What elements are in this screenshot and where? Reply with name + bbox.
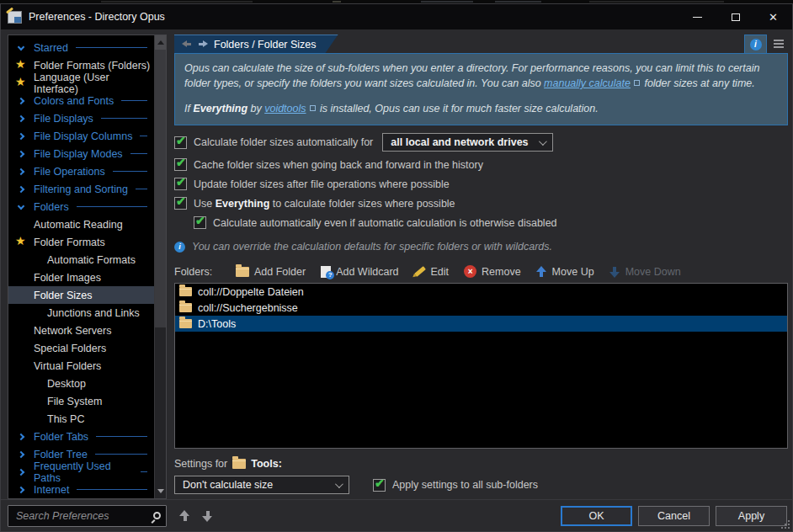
check-icon: ✔ bbox=[176, 156, 186, 169]
drives-dropdown[interactable]: all local and network drives bbox=[382, 133, 553, 152]
sidebar-item-folder-sizes[interactable]: Folder Sizes bbox=[8, 286, 154, 304]
sidebar-item-colors-and-fonts[interactable]: Colors and Fonts bbox=[8, 92, 154, 109]
sidebar-item-virtual-folders[interactable]: Virtual Folders bbox=[8, 357, 154, 375]
calc-mode-dropdown[interactable]: Don't calculate size bbox=[174, 476, 349, 494]
sidebar-item-label: Network Servers bbox=[34, 325, 111, 337]
sidebar-item-desktop[interactable]: Desktop bbox=[8, 375, 154, 392]
apply-subfolders-checkbox[interactable]: ✔ bbox=[373, 479, 386, 492]
triangle-up-icon bbox=[157, 40, 164, 45]
update-checkbox[interactable]: ✔ bbox=[174, 178, 187, 190]
divider-line bbox=[77, 206, 147, 207]
sidebar-item-automatic-formats[interactable]: Automatic Formats bbox=[8, 251, 154, 269]
add-wildcard-button[interactable]: ? Add Wildcard bbox=[321, 266, 398, 278]
external-link-icon bbox=[310, 105, 316, 111]
sidebar-item-special-folders[interactable]: Special Folders bbox=[8, 339, 154, 357]
sidebar-item-starred[interactable]: Starred bbox=[8, 39, 154, 56]
sidebar-item-label: Folders bbox=[34, 201, 69, 213]
override-note: i You can override the calculation defau… bbox=[174, 241, 788, 253]
info-icon: i bbox=[174, 242, 185, 253]
move-down-button[interactable]: Move Down bbox=[609, 266, 681, 278]
maximize-icon bbox=[732, 13, 740, 21]
check-icon: ✔ bbox=[176, 134, 186, 147]
sidebar-item-folders[interactable]: Folders bbox=[8, 198, 154, 215]
scroll-down-button[interactable] bbox=[155, 484, 166, 498]
check-icon: ✔ bbox=[176, 175, 186, 189]
back-icon[interactable] bbox=[182, 40, 192, 48]
sidebar-item-file-display-modes[interactable]: File Display Modes bbox=[8, 145, 154, 162]
sub-auto-label: Calculate automatically even if automati… bbox=[213, 217, 557, 229]
manually-calculate-link[interactable]: manually calculate bbox=[544, 77, 631, 89]
search-input[interactable] bbox=[16, 510, 153, 522]
minimize-button[interactable] bbox=[679, 4, 716, 29]
folder-list-item[interactable]: coll://Doppelte Dateien bbox=[175, 284, 787, 300]
sidebar-item-file-display-columns[interactable]: File Display Columns bbox=[8, 127, 154, 145]
remove-button[interactable]: × Remove bbox=[464, 265, 521, 278]
apply-subfolders-label: Apply settings to all sub-folders bbox=[392, 479, 538, 491]
sidebar-item-label: Folder Tabs bbox=[34, 431, 88, 443]
folder-path: coll://Doppelte Dateien bbox=[198, 286, 304, 298]
sidebar-item-file-operations[interactable]: File Operations bbox=[8, 162, 154, 180]
folder-list-item[interactable]: D:\Tools bbox=[175, 316, 787, 332]
option-everything: ✔ Use Everything to calculate folder siz… bbox=[174, 197, 788, 210]
folders-toolbar: Folders: Add Folder ? Add Wildcard Edit bbox=[174, 265, 788, 278]
folders-list[interactable]: coll://Doppelte Dateiencoll://Suchergebn… bbox=[174, 283, 788, 449]
sidebar-item-folder-tabs[interactable]: Folder Tabs bbox=[8, 428, 154, 445]
sidebar-item-label: Virtual Folders bbox=[34, 360, 101, 372]
scrollbar-thumb[interactable] bbox=[155, 50, 166, 327]
resize-grip[interactable] bbox=[780, 519, 790, 529]
forward-icon[interactable] bbox=[198, 40, 208, 48]
voidtools-link[interactable]: voidtools bbox=[264, 103, 306, 114]
sidebar-item-label: Filtering and Sorting bbox=[34, 184, 128, 195]
sidebar-item-folder-formats[interactable]: ★Folder Formats bbox=[8, 233, 154, 251]
preferences-window: Preferences - Directory Opus ✕ Starred★F… bbox=[0, 3, 793, 532]
sidebar-item-filtering-and-sorting[interactable]: Filtering and Sorting bbox=[8, 180, 154, 198]
everything-checkbox[interactable]: ✔ bbox=[174, 197, 187, 210]
remove-x-icon: × bbox=[464, 265, 476, 278]
sidebar-item-file-displays[interactable]: File Displays bbox=[8, 109, 154, 127]
sidebar-item-folder-images[interactable]: Folder Images bbox=[8, 269, 154, 286]
maximize-button[interactable] bbox=[716, 4, 754, 29]
sidebar-item-internet[interactable]: Internet bbox=[8, 481, 154, 498]
sidebar-item-language-user-interface[interactable]: ★Language (User Interface) bbox=[8, 74, 154, 92]
edit-button[interactable]: Edit bbox=[414, 266, 450, 278]
move-up-button[interactable]: Move Up bbox=[536, 266, 594, 278]
triangle-down-icon bbox=[157, 489, 164, 493]
apply-button[interactable]: Apply bbox=[716, 506, 787, 526]
sidebar-item-frequently-used-paths[interactable]: Frequently Used Paths bbox=[8, 463, 154, 481]
folder-icon bbox=[179, 319, 192, 328]
sidebar-item-label: Desktop bbox=[47, 378, 86, 390]
search-prev-button[interactable] bbox=[179, 510, 190, 522]
menu-button[interactable] bbox=[769, 35, 788, 53]
sidebar-item-this-pc[interactable]: This PC bbox=[8, 410, 154, 428]
ok-button[interactable]: OK bbox=[561, 506, 632, 526]
sidebar-item-file-system[interactable]: File System bbox=[8, 392, 154, 410]
pencil-icon bbox=[414, 266, 426, 277]
star-icon: ★ bbox=[15, 57, 26, 71]
sidebar-item-network-servers[interactable]: Network Servers bbox=[8, 322, 154, 339]
search-box[interactable] bbox=[8, 505, 167, 527]
search-next-button[interactable] bbox=[202, 510, 213, 522]
divider-line bbox=[113, 171, 147, 172]
info-box: Opus can calculate the size of sub-folde… bbox=[174, 53, 788, 125]
sidebar-scrollbar[interactable] bbox=[154, 35, 166, 498]
folder-list-item[interactable]: coll://Suchergebnisse bbox=[175, 300, 787, 316]
settings-for-row: Settings for Tools: bbox=[174, 458, 788, 470]
info-toggle-button[interactable]: i bbox=[744, 35, 767, 53]
sidebar-item-automatic-reading[interactable]: Automatic Reading bbox=[8, 215, 154, 233]
divider-line bbox=[77, 489, 147, 490]
add-folder-button[interactable]: Add Folder bbox=[236, 266, 306, 278]
chevron-down-icon bbox=[335, 480, 343, 488]
sub-auto-checkbox[interactable]: ✔ bbox=[194, 216, 206, 229]
wildcard-icon: ? bbox=[321, 266, 331, 278]
title-bar[interactable]: Preferences - Directory Opus ✕ bbox=[1, 4, 792, 29]
breadcrumb-label: Folders / Folder Sizes bbox=[214, 39, 317, 51]
info-paragraph-2: If Everything by voidtools is installed,… bbox=[184, 101, 778, 116]
close-button[interactable]: ✕ bbox=[754, 4, 792, 29]
divider-line bbox=[140, 136, 147, 136]
calc-auto-checkbox[interactable]: ✔ bbox=[174, 136, 187, 149]
scroll-up-button[interactable] bbox=[155, 35, 166, 50]
cancel-button[interactable]: Cancel bbox=[638, 506, 710, 526]
cache-checkbox[interactable]: ✔ bbox=[174, 158, 187, 171]
chevron-right-icon bbox=[18, 150, 24, 157]
sidebar-item-junctions-and-links[interactable]: Junctions and Links bbox=[8, 304, 154, 322]
